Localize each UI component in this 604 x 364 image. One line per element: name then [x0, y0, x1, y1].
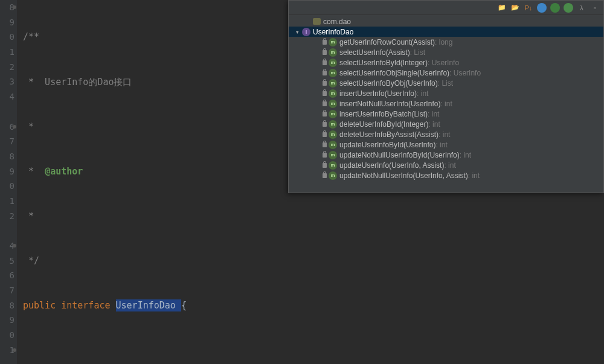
line-number: 1 [0, 343, 14, 358]
code-text: { [181, 300, 187, 311]
tree-method[interactable]: deleteUserInfoById(Integer) : int [289, 119, 603, 129]
tree-label: UserInfoDao [313, 28, 353, 36]
method-icon [329, 59, 337, 67]
keyword: public [23, 300, 61, 311]
tree-package[interactable]: com.dao [289, 16, 603, 27]
method-icon [329, 100, 337, 108]
line-number: 1 [0, 45, 14, 60]
tree-method[interactable]: insertNotNullUserInfo(UserInfo) : int [289, 98, 603, 109]
tree-label: insertUserInfo(UserInfo) [339, 89, 417, 98]
line-number: 7 [0, 283, 14, 298]
expand-icon[interactable]: ▫ [590, 3, 600, 13]
tree-interface[interactable]: ▾UserInfoDao [289, 27, 603, 37]
tree-method[interactable]: deleteUserInfoByAssist(Assist) : int [289, 129, 603, 139]
method-icon [329, 171, 337, 180]
tree-label: selectUserInfoByObj(UserInfo) [339, 79, 438, 88]
inherited-icon[interactable] [564, 3, 573, 13]
anon-icon[interactable]: λ [577, 3, 586, 13]
line-number: 2 [0, 60, 14, 75]
return-type: : int [460, 151, 471, 159]
line-number: 3 [0, 74, 14, 89]
tree-label: updateUserInfo(UserInfo, Assist) [339, 161, 444, 170]
method-icon [329, 120, 337, 129]
return-type: : int [417, 89, 428, 98]
code-text: * UserInfo [23, 77, 88, 88]
structure-popup[interactable]: 📁 📂 P↓ λ ▫ com.dao▾UserInfoDaogetUserInf… [288, 0, 604, 193]
method-icon [329, 161, 337, 170]
method-icon [329, 130, 337, 139]
method-icon [329, 48, 337, 57]
line-number: 8 [0, 0, 14, 15]
line-number: 4 [0, 89, 14, 104]
visibility-icon[interactable] [537, 3, 547, 13]
tree-method[interactable]: updateNotNullUserInfoById(UserInfo) : in… [289, 150, 603, 160]
return-type: : List [410, 48, 425, 57]
tree-label: selectUserInfoById(Integer) [339, 59, 428, 67]
lock-icon [323, 112, 327, 117]
selected-text: UserInfoDao [116, 299, 181, 311]
code-text: * [23, 166, 45, 177]
line-number: 9 [0, 164, 14, 179]
lock-icon [323, 163, 327, 168]
lock-icon [323, 142, 327, 147]
code-text: 的 [88, 77, 97, 88]
tree-label: updateNotNullUserInfo(UserInfo, Assist) [339, 171, 468, 180]
method-icon [329, 69, 337, 77]
tree-method[interactable]: selectUserInfoObjSingle(UserInfo) : User… [289, 68, 603, 78]
return-type: : UserInfo [449, 69, 481, 77]
interface-icon [302, 28, 310, 36]
folder-tree-icon[interactable]: 📁 [497, 3, 507, 13]
tree-label: deleteUserInfoByAssist(Assist) [339, 130, 439, 139]
line-number: 5 [0, 254, 14, 269]
method-icon [329, 110, 337, 118]
code-text: */ [23, 255, 39, 266]
line-number: 0 [0, 179, 14, 194]
tree-label: com.dao [323, 18, 351, 26]
method-icon [329, 141, 337, 149]
expand-arrow-icon[interactable]: ▾ [296, 29, 302, 35]
fields-icon[interactable] [550, 3, 560, 13]
return-type: : List [438, 79, 453, 88]
method-icon [329, 89, 337, 98]
tree-method[interactable]: updateUserInfo(UserInfo, Assist) : int [289, 160, 603, 170]
line-number: 9 [0, 15, 14, 30]
tree-label: insertUserInfoByBatch(List) [339, 110, 428, 118]
tree-method[interactable]: getUserInfoRowCount(Assist) : long [289, 37, 603, 47]
line-number: 4 [0, 238, 14, 254]
code-text: /** [23, 31, 39, 42]
tree-method[interactable]: selectUserInfo(Assist) : List [289, 47, 603, 57]
tree-method[interactable]: updateUserInfoById(UserInfo) : int [289, 139, 603, 150]
tree-method[interactable]: insertUserInfoByBatch(List) : int [289, 109, 603, 119]
lock-icon [323, 60, 327, 65]
method-icon [329, 151, 337, 159]
tree-method[interactable]: insertUserInfo(UserInfo) : int [289, 88, 603, 98]
line-number: 6 [0, 268, 14, 283]
return-type: : int [435, 141, 447, 149]
return-type: : int [428, 120, 440, 129]
method-icon [329, 38, 337, 46]
line-gutter: 8901234678901245678901 [0, 0, 17, 364]
lock-icon [323, 122, 327, 127]
code-text: * [23, 121, 34, 132]
lock-icon [323, 40, 327, 45]
lock-icon [323, 50, 327, 55]
tree-method[interactable]: selectUserInfoById(Integer) : UserInfo [289, 57, 603, 68]
line-number: 8 [0, 298, 14, 313]
line-number: 9 [0, 313, 14, 328]
line-number [0, 358, 14, 365]
tree-label: selectUserInfoObjSingle(UserInfo) [339, 69, 449, 77]
tree-label: insertNotNullUserInfo(UserInfo) [339, 100, 440, 108]
line-number: 0 [0, 30, 14, 45]
return-type: : int [439, 130, 450, 139]
tree-label: getUserInfoRowCount(Assist) [339, 38, 435, 46]
folder-icon[interactable]: 📂 [510, 3, 520, 13]
tree-label: updateUserInfoById(UserInfo) [339, 141, 435, 149]
lock-icon [323, 153, 327, 158]
sort-icon[interactable]: P↓ [524, 3, 533, 13]
tree-method[interactable]: selectUserInfoByObj(UserInfo) : List [289, 78, 603, 88]
lock-icon [323, 173, 327, 178]
tree-method[interactable]: updateNotNullUserInfo(UserInfo, Assist) … [289, 170, 603, 180]
tree-label: selectUserInfo(Assist) [339, 48, 410, 57]
structure-toolbar: 📁 📂 P↓ λ ▫ [289, 1, 603, 15]
return-type: : int [444, 161, 455, 170]
